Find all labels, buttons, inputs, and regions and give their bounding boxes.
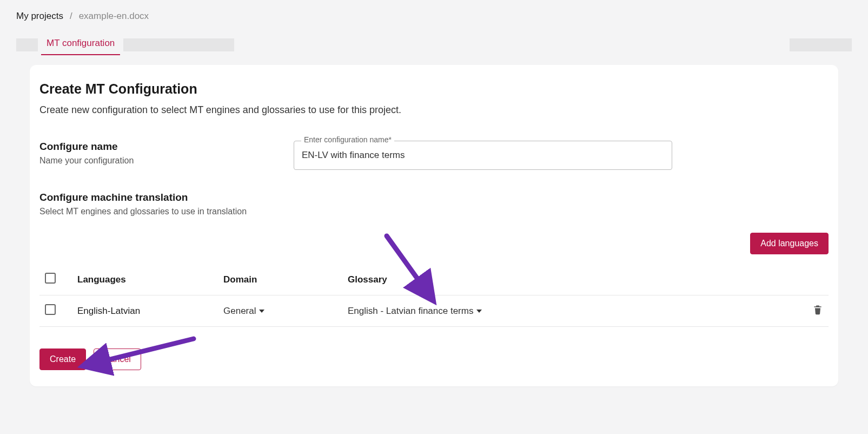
breadcrumb: My projects / example-en.docx xyxy=(0,0,868,28)
breadcrumb-separator: / xyxy=(70,11,72,22)
cancel-button[interactable]: Cancel xyxy=(94,348,141,370)
table-header-domain: Domain xyxy=(218,264,342,295)
table-header-checkbox xyxy=(39,264,72,295)
add-languages-button[interactable]: Add languages xyxy=(750,233,829,254)
delete-row-button[interactable] xyxy=(812,307,823,317)
row-glossary-select[interactable]: English - Latvian finance terms xyxy=(348,306,482,317)
page-root: My projects / example-en.docx MT configu… xyxy=(0,0,868,434)
tabs-row: MT configuration xyxy=(0,35,868,55)
configure-name-desc: Name your configuration xyxy=(39,156,272,166)
configure-mt-title: Configure machine translation xyxy=(39,192,829,203)
table-row: English-Latvian General English - Latvia… xyxy=(39,295,829,327)
tab-mt-configuration[interactable]: MT configuration xyxy=(41,35,120,55)
add-languages-row: Add languages xyxy=(39,233,829,254)
languages-table: Languages Domain Glossary English-Latvia… xyxy=(39,264,829,327)
breadcrumb-current: example-en.docx xyxy=(79,11,149,22)
row-language-cell: English-Latvian xyxy=(72,295,218,327)
configure-name-left: Configure name Name your configuration xyxy=(39,141,272,170)
configure-name-section: Configure name Name your configuration E… xyxy=(39,141,829,170)
row-domain-value: General xyxy=(223,306,256,317)
footer-actions: Create Cancel xyxy=(39,348,829,370)
table-header-languages: Languages xyxy=(72,264,218,295)
page-subtitle: Create new configuration to select MT en… xyxy=(39,104,829,116)
config-name-input[interactable] xyxy=(294,141,672,170)
config-name-field-wrap: Enter configuration name* xyxy=(294,141,672,170)
tab-placeholder xyxy=(16,38,38,51)
table-header-actions xyxy=(785,264,829,295)
main-card: Create MT Configuration Create new confi… xyxy=(30,65,838,386)
row-domain-select[interactable]: General xyxy=(223,306,264,317)
configure-name-title: Configure name xyxy=(39,141,272,153)
configure-mt-desc: Select MT engines and glossaries to use … xyxy=(39,207,829,216)
chevron-down-icon xyxy=(476,310,482,313)
chevron-down-icon xyxy=(259,310,264,313)
table-header-glossary: Glossary xyxy=(342,264,785,295)
row-checkbox[interactable] xyxy=(45,304,56,315)
page-title: Create MT Configuration xyxy=(39,81,829,97)
tab-placeholder xyxy=(790,38,852,51)
trash-icon xyxy=(812,304,823,315)
configure-mt-section: Configure machine translation Select MT … xyxy=(39,192,829,327)
table-header-row: Languages Domain Glossary xyxy=(39,264,829,295)
tab-placeholder xyxy=(123,38,234,51)
create-button[interactable]: Create xyxy=(39,348,86,370)
breadcrumb-root-link[interactable]: My projects xyxy=(16,11,63,22)
row-glossary-value: English - Latvian finance terms xyxy=(348,306,473,317)
select-all-checkbox[interactable] xyxy=(45,273,56,284)
config-name-label: Enter configuration name* xyxy=(301,135,394,144)
